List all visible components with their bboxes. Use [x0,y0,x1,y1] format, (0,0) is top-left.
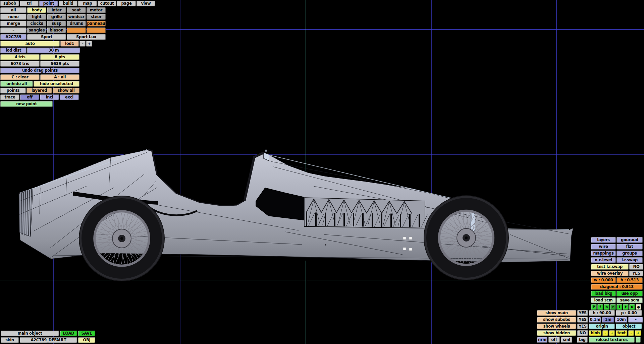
btn-1m[interactable]: 1m [602,317,614,323]
btn-point[interactable]: point [39,1,58,6]
btn-lod-dist[interactable]: lod dist [0,48,26,53]
btn-big[interactable]: big [577,337,588,343]
btn-tri[interactable]: tri [20,1,39,6]
blank-orange-2[interactable] [87,27,106,33]
btn-show-hidden-no[interactable]: NO [577,330,588,336]
btn-merge[interactable]: merge [0,21,26,26]
btn-use-opp[interactable]: use opp [616,291,643,296]
btn-susp[interactable]: susp [47,21,66,26]
btn-show-main[interactable]: show main [537,310,576,316]
btn-view-l[interactable]: l [616,304,622,310]
btn-blob[interactable]: blob [589,330,601,336]
btn-sport[interactable]: Sport [27,34,66,40]
btn-show-all[interactable]: show all [53,88,79,93]
btn-a2c789[interactable]: A2C789 [0,34,26,40]
btn-show-wheels[interactable]: show wheels [537,324,576,329]
btn-blob-plus[interactable]: + [609,330,615,336]
btn-steer[interactable]: steer [87,14,106,20]
btn-blob-minus[interactable]: – [602,330,608,336]
btn-show-wheels-yes[interactable]: YES [577,324,588,329]
btn-main-object[interactable]: main object [1,331,59,336]
btn-layered[interactable]: layered [26,88,52,93]
btn-dash[interactable]: – [0,27,26,33]
btn-n.c.level[interactable]: n.c.level [591,257,616,263]
btn-subob[interactable]: subob [0,1,19,6]
btn-none[interactable]: none [0,14,26,20]
btn-all[interactable]: all [0,7,26,13]
btn-view-f[interactable]: f [597,304,603,310]
blank-orange-1[interactable] [67,27,86,33]
btn-show-hidden[interactable]: show hidden [537,330,576,336]
btn-reload-textures[interactable]: reload textures [589,337,635,343]
btn-flat[interactable]: flat [616,244,643,250]
btn-points[interactable]: points [0,88,26,93]
btn-lod1[interactable]: lod1 [60,41,79,47]
btn-wire-overlay[interactable]: wire overlay [591,271,629,276]
btn-unhide-all[interactable]: unhide all [0,81,33,87]
btn-text[interactable]: text [616,330,627,336]
btn-trace[interactable]: trace [0,94,19,100]
btn-no[interactable]: NO [629,264,643,270]
btn-blason[interactable]: blason [47,27,66,33]
btn-cutout[interactable]: cutout [98,1,116,6]
btn-body[interactable]: body [27,7,46,13]
btn-build[interactable]: build [59,1,77,6]
btn-reload-minus[interactable]: – [636,337,641,343]
btn-lod-minus[interactable]: – [79,41,86,47]
btn-layers[interactable]: layers [591,237,616,243]
btn-obj[interactable]: OBJ [78,337,95,343]
btn-panneau[interactable]: panneau [87,21,106,26]
btn-sml[interactable]: sml [561,337,572,343]
btn-view-b[interactable]: b [604,304,609,310]
btn-save[interactable]: SAVE [78,331,95,336]
btn-view-r[interactable]: r [610,304,616,310]
btn-new-point[interactable]: new point [0,101,53,107]
btn-auto[interactable]: auto [0,41,60,47]
btn-test-l.r.swap[interactable]: test l.r.swap [591,264,629,270]
btn-a2c789-default[interactable]: A2C789_DEFAULT [20,337,77,343]
btn-incl[interactable]: incl [40,94,59,100]
btn-motor[interactable]: motor [87,7,106,13]
btn-sangles[interactable]: sangles [27,27,46,33]
btn-view-t[interactable]: t [623,304,629,310]
btn-drums[interactable]: drums [67,21,86,26]
btn-hide-unselected[interactable]: hide unselected [34,81,79,87]
btn-show-subobs[interactable]: show subobs [537,317,576,323]
btn-show-main-yes[interactable]: YES [577,310,588,316]
btn-nrm[interactable]: nrm [537,337,547,343]
btn-mappings[interactable]: mappings [591,251,616,256]
btn-range-minus[interactable]: – [628,317,643,323]
btn-wire[interactable]: wire [591,244,616,250]
btn-show-subobs-yes[interactable]: YES [577,317,588,323]
btn-light[interactable]: light [27,14,46,20]
btn-undo-drag-points[interactable]: undo drag points [0,68,79,73]
btn-view-u[interactable]: u [629,304,635,310]
btn-10m[interactable]: 10m [615,317,627,323]
btn-view-p[interactable]: P [591,304,597,310]
btn-excl[interactable]: excl [60,94,79,100]
btn-object[interactable]: object [616,324,642,329]
btn-windscr[interactable]: windscr [67,14,86,20]
btn-sport-lux[interactable]: Sport Lux [67,34,106,40]
btn-grille[interactable]: grille [47,14,66,20]
btn-groups[interactable]: groups [616,251,643,256]
btn-map[interactable]: map [78,1,97,6]
btn-load-scm[interactable]: load scm [591,297,616,303]
btn-c-clear[interactable]: C : clear [0,74,40,80]
btn-a-all[interactable]: A : all [40,74,79,80]
btn-l.r.swap[interactable]: l.r.swap [616,257,643,263]
btn-inter[interactable]: inter [47,7,66,13]
btn-lod-plus[interactable]: + [86,41,92,47]
btn-view-dot[interactable]: ● [636,304,641,310]
btn-origin[interactable]: origin [589,324,615,329]
btn-view[interactable]: view [137,1,155,6]
btn-save-scm[interactable]: save scm [616,297,643,303]
btn-load-bkg[interactable]: load bkg [591,291,616,296]
btn-0.1m[interactable]: 0.1m [589,317,601,323]
btn-load[interactable]: LOAD [60,331,77,336]
btn-page[interactable]: page [117,1,136,6]
btn-clocks[interactable]: clocks [27,21,46,26]
btn-skin[interactable]: skin [1,337,19,343]
btn-gouraud[interactable]: gouraud [616,237,643,243]
btn-off[interactable]: off [548,337,560,343]
